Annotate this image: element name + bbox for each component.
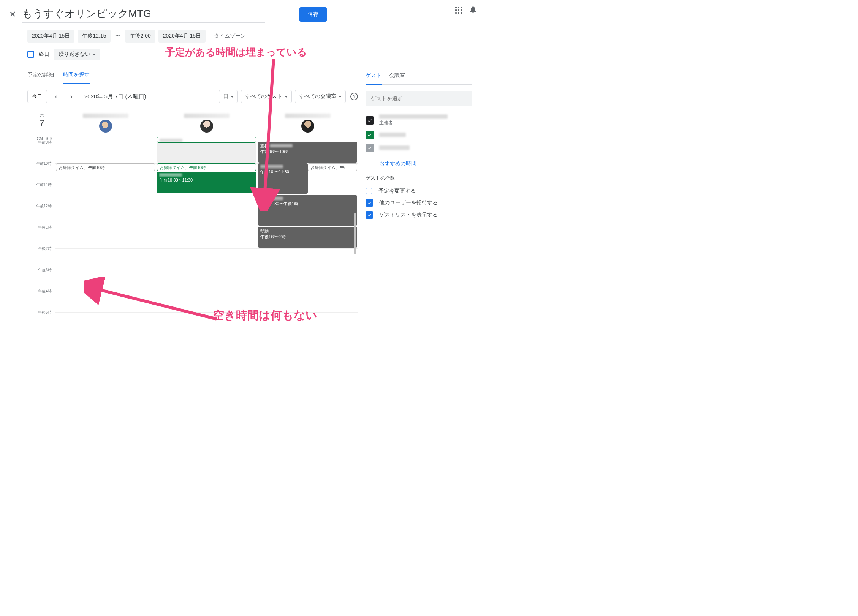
calendar-event[interactable]: 直行 午前9時〜10時 [258, 142, 357, 163]
calendar-event[interactable]: お掃除タイム、午前10時 [157, 163, 256, 171]
start-date-chip[interactable]: 2020年4月 15日 [27, 30, 74, 43]
chevron-down-icon [93, 54, 96, 55]
guest-permissions-title: ゲストの権限 [366, 175, 472, 185]
prev-day-button[interactable]: ‹ [50, 90, 62, 103]
end-date-chip[interactable]: 2020年4月 15日 [158, 30, 206, 43]
end-time-chip[interactable]: 午後2:00 [125, 30, 155, 43]
next-day-button[interactable]: › [65, 90, 78, 103]
hour-label: 午後3時 [27, 267, 55, 289]
hour-label: 午前10時 [27, 161, 55, 182]
save-button[interactable]: 保存 [299, 7, 327, 22]
hour-label: 午前9時 [27, 140, 55, 161]
hour-label: 午後2時 [27, 246, 55, 267]
avatar [200, 120, 213, 133]
apps-grid-icon[interactable] [455, 7, 462, 14]
calendar-column-1[interactable]: お掃除タイム、午前10時 [55, 137, 156, 333]
calendar-column-3[interactable]: 直行 午前9時〜10時 お掃除タイム、午i 午前10:〜11:30 午 [257, 137, 358, 333]
perm-invite-row[interactable]: 他のユーザーを招待する [366, 197, 472, 209]
perm-modify-row[interactable]: 予定を変更する [366, 185, 472, 197]
allday-label: 終日 [39, 51, 49, 58]
tab-rooms[interactable]: 会議室 [389, 68, 405, 84]
allday-checkbox[interactable] [27, 51, 34, 58]
tab-event-details[interactable]: 予定の詳細 [27, 68, 54, 84]
guest-checkbox[interactable] [366, 131, 374, 139]
bell-icon[interactable] [469, 5, 477, 15]
tab-guests[interactable]: ゲスト [366, 68, 382, 85]
chevron-down-icon [339, 96, 342, 98]
guest-row[interactable]: 主催者 [366, 112, 472, 128]
hour-label: 午後5時 [27, 310, 55, 331]
person-column-1-header [55, 109, 156, 137]
calendar-event[interactable] [157, 143, 256, 163]
guest-checkbox[interactable] [366, 116, 374, 125]
event-title-input[interactable] [22, 6, 265, 23]
chevron-down-icon [231, 96, 234, 98]
hour-label: 午前11時 [27, 182, 55, 204]
guest-filter-dropdown[interactable]: すべてのゲスト [241, 90, 292, 103]
hour-label: 午後1時 [27, 225, 55, 246]
close-icon[interactable]: ✕ [8, 6, 22, 22]
calendar-event[interactable]: 移動 午後1時〜2時 [258, 227, 357, 248]
checkbox-unchecked[interactable] [366, 188, 372, 194]
hour-label: 午後12時 [27, 204, 55, 225]
displayed-date: 2020年 5月 7日 (木曜日) [81, 93, 146, 100]
calendar-column-2[interactable]: お掃除タイム、午前10時 午前10:30〜11:30 [156, 137, 257, 333]
start-time-chip[interactable]: 午後12:15 [78, 30, 111, 43]
view-mode-dropdown[interactable]: 日 [219, 90, 238, 103]
chevron-down-icon [285, 96, 288, 98]
calendar-event[interactable]: お掃除タイム、午前10時 [56, 163, 155, 171]
room-filter-dropdown[interactable]: すべての会議室 [295, 90, 346, 103]
calendar-event[interactable]: 午前10:30〜11:30 [157, 172, 256, 193]
help-icon[interactable]: ? [350, 93, 358, 100]
hour-label: 午後4時 [27, 289, 55, 310]
person-column-3-header [257, 109, 358, 137]
perm-seelist-row[interactable]: ゲストリストを表示する [366, 209, 472, 221]
guest-checkbox[interactable] [366, 144, 374, 152]
guest-row[interactable] [366, 141, 472, 154]
calendar-event[interactable]: 午前10:〜11:30 [258, 163, 308, 194]
calendar-event[interactable]: 午前11:30〜午後1時 [258, 195, 357, 226]
calendar-event[interactable] [157, 137, 256, 143]
organizer-label: 主催者 [379, 120, 448, 126]
avatar [99, 120, 112, 133]
suggested-time-link[interactable]: おすすめの時間 [366, 154, 472, 175]
repeat-label: 繰り返さない [59, 51, 90, 58]
range-separator: 〜 [114, 33, 122, 39]
avatar [301, 120, 314, 133]
day-header: 木 7 [27, 109, 55, 137]
weekday-label: 木 [29, 112, 55, 118]
calendar-event[interactable]: お掃除タイム、午i [308, 163, 358, 171]
day-number: 7 [29, 118, 55, 129]
tab-find-time[interactable]: 時間を探す [63, 68, 90, 84]
guest-row[interactable] [366, 128, 472, 141]
scrollbar[interactable] [354, 213, 357, 254]
checkbox-checked[interactable] [366, 211, 373, 219]
today-button[interactable]: 今日 [27, 90, 47, 103]
timezone-link[interactable]: タイムゾーン [209, 33, 246, 39]
person-column-2-header [156, 109, 257, 137]
add-guest-input[interactable] [366, 91, 472, 106]
repeat-dropdown[interactable]: 繰り返さない [54, 49, 100, 60]
checkbox-checked[interactable] [366, 199, 373, 207]
